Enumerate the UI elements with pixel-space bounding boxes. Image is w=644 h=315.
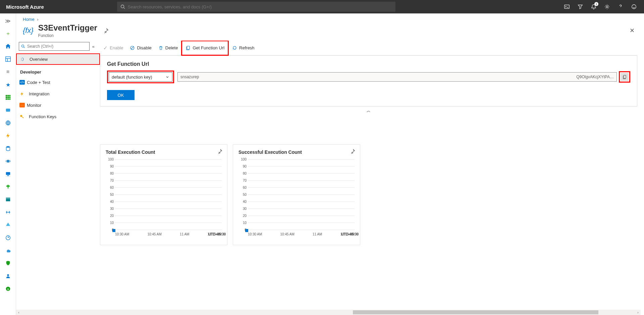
create-resource-icon[interactable]: ＋ [3, 29, 13, 38]
key-select[interactable]: default (function key) [109, 72, 172, 82]
svg-rect-2 [565, 5, 569, 9]
keys-icon [19, 114, 27, 119]
blade-sidenav: « Overview Developer </> Code + Test [16, 41, 100, 315]
pin-chart-icon[interactable] [350, 149, 355, 154]
sidenav-search[interactable] [19, 42, 90, 51]
url-value-left: snsazurep [180, 75, 199, 79]
top-bar: Microsoft Azure 1 [0, 0, 644, 13]
side-search-row: « [16, 41, 100, 53]
security-center-icon[interactable] [3, 259, 13, 268]
cloud-shell-icon[interactable] [560, 0, 574, 13]
nav-integration-label: Integration [29, 91, 49, 96]
svg-rect-16 [9, 99, 10, 100]
cosmos-db-icon[interactable] [3, 156, 13, 166]
svg-rect-25 [7, 176, 9, 176]
svg-rect-17 [6, 109, 10, 112]
scroll-thumb[interactable] [353, 310, 598, 314]
delete-button[interactable]: Delete [155, 42, 181, 54]
aad-icon[interactable] [3, 220, 13, 230]
breadcrumb-home[interactable]: Home [23, 17, 35, 22]
svg-line-36 [131, 47, 134, 49]
collapse-sidenav-icon[interactable]: « [90, 44, 97, 49]
sql-database-icon[interactable] [3, 144, 13, 153]
advisor-icon[interactable] [3, 246, 13, 255]
copy-url-button[interactable] [621, 73, 629, 81]
virtual-machines-icon[interactable] [3, 169, 13, 179]
dashboard-icon[interactable] [3, 54, 13, 64]
expand-menu-icon[interactable]: ≫ [3, 16, 13, 26]
svg-point-29 [7, 274, 9, 276]
nav-monitor[interactable]: ⋯ Monitor [16, 99, 100, 111]
brand-label: Microsoft Azure [0, 4, 50, 10]
svg-rect-24 [7, 175, 9, 176]
directory-filter-icon[interactable] [574, 0, 587, 13]
nav-integration[interactable]: Integration [16, 88, 100, 99]
url-value-right: Q9OlgvAKcjXYtPA… [576, 75, 614, 79]
cost-management-icon[interactable]: $ [3, 284, 13, 294]
collapse-panel-icon[interactable]: ︽ [100, 106, 637, 115]
app-services-icon[interactable] [3, 105, 13, 115]
help-icon[interactable] [614, 0, 627, 13]
function-fx-icon: {fx} [23, 26, 34, 35]
svg-rect-37 [187, 46, 190, 49]
feedback-icon[interactable] [627, 0, 641, 13]
content-area: Home › {fx} S3EventTrigger Function ✕ [16, 13, 644, 315]
virtual-network-icon[interactable] [3, 208, 13, 217]
global-search-input[interactable] [125, 4, 392, 9]
svg-rect-5 [5, 57, 10, 61]
breadcrumb-chevron-icon: › [36, 17, 40, 22]
function-url-field[interactable]: snsazurep Q9OlgvAKcjXYtPA… [177, 72, 617, 82]
scroll-track[interactable] [21, 310, 635, 315]
sidenav-search-input[interactable] [25, 44, 87, 49]
pin-icon[interactable] [103, 28, 109, 33]
get-function-url-button[interactable]: Get Function Url [182, 42, 228, 54]
get-url-label: Get Function Url [193, 45, 224, 50]
user-account-icon[interactable] [3, 271, 13, 281]
svg-rect-8 [5, 95, 7, 97]
monitor-service-icon[interactable] [3, 233, 13, 242]
nav-monitor-label: Monitor [27, 103, 41, 108]
ok-button[interactable]: OK [107, 90, 135, 100]
close-blade-icon[interactable]: ✕ [630, 27, 637, 34]
chart-title: Total Execution Count [106, 149, 222, 155]
settings-icon[interactable] [600, 0, 614, 13]
nav-code-test[interactable]: </> Code + Test [16, 77, 100, 88]
command-bar: ✓ Enable Disable Delete [100, 41, 637, 55]
svg-rect-9 [7, 95, 9, 97]
nav-overview[interactable]: Overview [16, 53, 100, 65]
nav-function-keys-label: Function Keys [29, 114, 56, 119]
all-resources-icon[interactable] [3, 93, 13, 102]
storage-account-icon[interactable] [3, 195, 13, 204]
notifications-icon[interactable]: 1 [587, 0, 600, 13]
title-block: S3EventTrigger Function [38, 23, 97, 38]
breadcrumb: Home › [16, 13, 644, 23]
home-icon[interactable] [3, 42, 13, 51]
svg-point-3 [606, 6, 608, 7]
delete-label: Delete [165, 45, 178, 50]
enable-label: Enable [110, 45, 123, 50]
scroll-left-icon[interactable]: ‹ [16, 310, 21, 315]
favorites-star-icon[interactable]: ★ [3, 80, 13, 89]
nav-section-developer: Developer [16, 65, 100, 77]
web-app-icon[interactable] [3, 118, 13, 128]
chart-successful-execution: Successful Execution Count 0102030405060… [233, 144, 360, 245]
integration-icon [19, 91, 27, 96]
scroll-right-icon[interactable]: › [635, 310, 641, 315]
nav-overview-label: Overview [30, 57, 48, 62]
disable-label: Disable [137, 45, 151, 50]
chevron-down-icon [165, 75, 169, 79]
function-app-icon[interactable] [3, 131, 13, 140]
chart-body[interactable]: 010203040506070809010010:30 AM10:45 AM11… [248, 160, 355, 230]
nav-function-keys[interactable]: Function Keys [16, 111, 100, 122]
pin-chart-icon[interactable] [217, 149, 222, 154]
svg-point-34 [20, 115, 22, 117]
refresh-button[interactable]: Refresh [229, 42, 258, 54]
horizontal-scrollbar[interactable]: ‹ › [16, 310, 641, 315]
chart-body[interactable]: 010203040506070809010010:30 AM10:45 AM11… [115, 160, 222, 230]
highlight-get-url: Get Function Url [181, 41, 229, 56]
global-search[interactable] [117, 2, 395, 12]
enable-button[interactable]: ✓ Enable [100, 42, 126, 54]
disable-button[interactable]: Disable [126, 42, 155, 54]
load-balancer-icon[interactable] [3, 182, 13, 191]
all-services-icon[interactable]: ≡ [3, 67, 13, 77]
